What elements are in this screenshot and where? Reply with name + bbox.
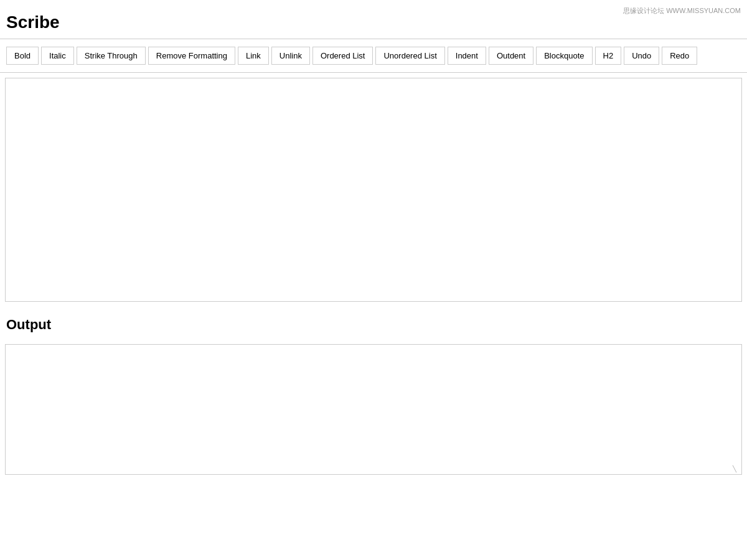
blockquote-button[interactable]: Blockquote (536, 47, 592, 65)
output-title: Output (0, 307, 747, 339)
toolbar: BoldItalicStrike ThroughRemove Formattin… (0, 39, 747, 73)
strike-through-button[interactable]: Strike Through (77, 47, 146, 65)
output-textarea[interactable] (6, 345, 741, 474)
editor-area[interactable] (5, 78, 742, 302)
h2-button[interactable]: H2 (595, 47, 622, 65)
outdent-button[interactable]: Outdent (489, 47, 533, 65)
italic-button[interactable]: Italic (41, 47, 74, 65)
ordered-list-button[interactable]: Ordered List (312, 47, 374, 65)
remove-formatting-button[interactable]: Remove Formatting (148, 47, 235, 65)
unlink-button[interactable]: Unlink (271, 47, 310, 65)
undo-button[interactable]: Undo (624, 47, 659, 65)
watermark: 思缘设计论坛 WWW.MISSYUAN.COM (623, 6, 741, 16)
indent-button[interactable]: Indent (448, 47, 486, 65)
bold-button[interactable]: Bold (6, 47, 39, 65)
link-button[interactable]: Link (238, 47, 269, 65)
output-area: ╲ (5, 344, 742, 475)
redo-button[interactable]: Redo (662, 47, 697, 65)
unordered-list-button[interactable]: Unordered List (375, 47, 444, 65)
resize-handle: ╲ (733, 465, 740, 473)
